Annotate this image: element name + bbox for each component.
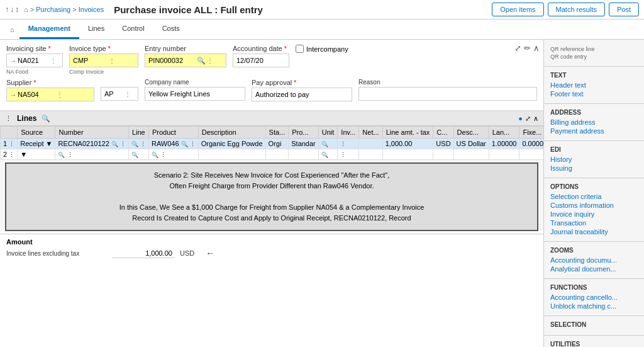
invoice-type-field[interactable]: ⋮ [69,54,138,67]
arrow-annotation: ← [206,248,214,258]
home-icon[interactable]: ⌂ [5,22,19,37]
breadcrumb-purchasing[interactable]: Purchasing [36,6,70,13]
col-unit: Unit [318,127,338,139]
journal-traceability-link[interactable]: Journal traceability [550,227,638,236]
payment-address-link[interactable]: Payment address [550,127,638,135]
tab-management[interactable]: Management [19,20,79,39]
tab-lines[interactable]: Lines [79,20,113,39]
sort-up-icon[interactable]: ↑ [5,5,9,14]
supplier-input[interactable] [18,91,55,98]
lines-expand-icon[interactable]: ⤢ [525,115,531,123]
dots-icon[interactable]: ⋮ [50,57,57,64]
row2-num-search[interactable]: 🔍 [58,152,65,158]
accounting-cancellation-link[interactable]: Accounting cancello... [550,293,638,302]
row-menu-icon[interactable]: ⋮ [9,141,14,147]
accounting-document-link[interactable]: Accounting documu... [550,256,638,265]
reason-input[interactable] [362,90,533,98]
sort-icons[interactable]: ↑ ↓ ↕ [5,5,19,14]
row2-inv-dots[interactable]: ⋮ [340,152,346,158]
supplier-dots-icon[interactable]: ⋮ [57,91,63,98]
analytical-document-link[interactable]: Analytical documen... [550,265,638,273]
post-button[interactable]: Post [609,3,639,16]
row-sta: Orgi [265,139,289,149]
history-link[interactable]: History [550,155,638,164]
issuing-link[interactable]: Issuing [550,164,638,173]
header-text-link[interactable]: Header text [550,81,638,89]
lines-menu-icon[interactable]: ⋮ [5,115,12,123]
row2-num-dots[interactable]: ⋮ [67,152,73,158]
row-prod-dots[interactable]: ⋮ [190,141,196,147]
lines-search-icon[interactable]: 🔍 [42,115,50,123]
invoicing-site-group: Invoicing site * → ⋮ NA Food [6,45,63,75]
intercompany-checkbox[interactable] [296,45,304,53]
row-source-dropdown[interactable]: ▼ [46,140,53,147]
breadcrumb-home[interactable]: ⌂ [24,6,28,13]
company-name-field[interactable] [145,87,245,101]
row-unit-search[interactable]: 🔍 [321,141,328,147]
lines-color-icon[interactable]: ● [518,115,523,122]
pay-approval-field[interactable] [252,88,352,101]
reason-field[interactable] [358,87,537,101]
invoice-type-dots-icon[interactable]: ⋮ [109,57,115,64]
resize-icon[interactable]: ⤢ [514,43,521,53]
lines-content: Source Number Line Product Description S… [0,126,543,231]
supplier-arrow-icon[interactable]: → [10,91,16,98]
entry-number-input[interactable] [148,57,196,64]
transaction-link[interactable]: Transaction [550,219,638,227]
entry-num-dots-icon[interactable]: ⋮ [207,57,213,64]
search-icon[interactable]: 🔍 [197,57,206,65]
row-lan: 1.00000 [489,139,519,149]
row2-unit-search[interactable]: 🔍 [321,152,328,158]
row-pro: Standar [289,139,319,149]
accounting-date-field[interactable] [233,54,289,67]
scenario-line5: Record Is Created to Capture Cost and Ap… [15,213,528,224]
col-pro: Pro... [289,127,319,139]
row-line-search[interactable]: 🔍 [131,141,138,147]
billing-address-link[interactable]: Billing address [550,118,638,127]
supplier-field[interactable]: → ⋮ [6,88,94,101]
tab-costs[interactable]: Costs [153,20,189,39]
pay-approval-input[interactable] [255,91,337,98]
customs-information-link[interactable]: Customs information [550,201,638,210]
breadcrumb-invoices[interactable]: Invoices [79,6,104,13]
row-num-dots-icon[interactable]: ⋮ [120,141,126,147]
col-sta: Sta... [265,127,289,139]
center-area: ⤢ ✏ ∧ Invoicing site * → ⋮ NA Food Invoi… [0,40,543,347]
intercompany-group: Intercompany [296,45,348,53]
lines-collapse-icon[interactable]: ∧ [533,115,538,123]
company-name-input[interactable] [148,90,230,98]
match-results-button[interactable]: Match results [548,3,605,16]
ap-input[interactable] [104,90,123,98]
row-prod-search[interactable]: 🔍 [181,141,188,147]
selection-criteria-link[interactable]: Selection criteria [550,192,638,201]
collapse-icon[interactable]: ∧ [533,43,540,53]
ap-field[interactable]: ⋮ [101,87,138,101]
row2-prod-search[interactable]: 🔍 [152,152,158,158]
breadcrumb: ⌂ > Purchasing > Invoices [24,6,104,13]
open-items-button[interactable]: Open items [492,3,543,16]
tab-control[interactable]: Control [113,20,153,39]
row2-source-dropdown[interactable]: ▼ [20,151,27,158]
invoice-inquiry-link[interactable]: Invoice inquiry [550,210,638,219]
arrow-icon[interactable]: → [10,57,16,64]
unblock-matching-link[interactable]: Unblock matching c... [550,302,638,310]
table-header-row: Source Number Line Product Description S… [1,127,544,139]
row-search-icon[interactable]: 🔍 [111,141,118,147]
invoicing-site-input[interactable] [18,57,49,64]
footer-text-link[interactable]: Footer text [550,89,638,98]
row2-line-search[interactable]: 🔍 [131,152,138,158]
row-inv-dots[interactable]: ⋮ [340,141,346,147]
invoicing-site-field[interactable]: → ⋮ [6,54,63,67]
invoice-type-input[interactable] [73,57,108,64]
entry-number-field[interactable]: 🔍 ⋮ [145,54,226,67]
sort-down-icon[interactable]: ↓ [10,5,14,14]
edit-icon[interactable]: ✏ [524,43,531,53]
sort-updown-icon[interactable]: ↕ [15,5,19,14]
row2-menu-icon[interactable]: ⋮ [9,152,14,158]
accounting-date-input[interactable] [236,57,271,64]
ap-label [101,79,138,86]
row-num: 1 ⋮ [1,139,18,149]
row-line-dots[interactable]: ⋮ [140,141,146,147]
row2-prod-dots[interactable]: ⋮ [160,152,166,158]
ap-dots-icon[interactable]: ⋮ [125,91,131,98]
